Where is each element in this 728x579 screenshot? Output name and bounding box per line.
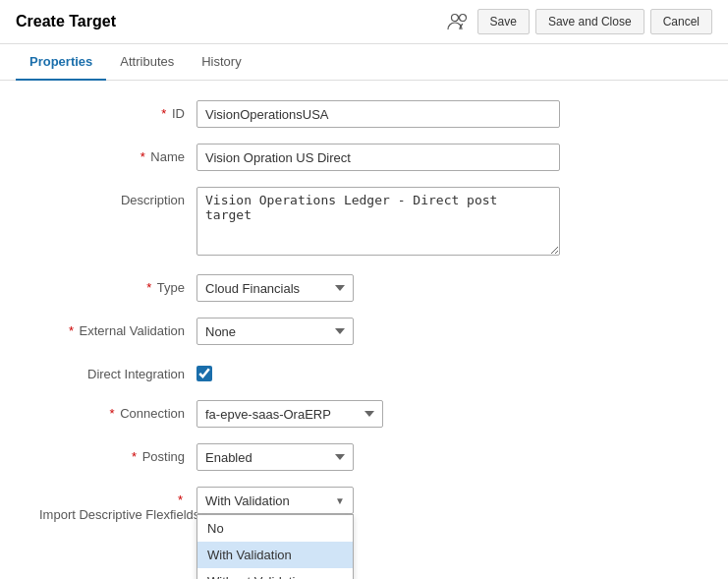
id-row: * ID <box>39 100 689 128</box>
external-validation-row: * External Validation None <box>39 318 689 345</box>
import-df-trigger[interactable]: With Validation ▼ <box>196 487 354 514</box>
type-label: * Type <box>39 274 196 295</box>
save-button[interactable]: Save <box>477 9 530 34</box>
type-required-star: * <box>146 280 151 295</box>
posting-select-wrapper: Enabled <box>196 443 354 471</box>
import-df-label: * Import Descriptive Flexfields <box>39 487 196 522</box>
id-label: * ID <box>39 100 196 121</box>
description-label: Description <box>39 187 196 207</box>
import-df-field-wrapper: With Validation ▼ No With Validation Wit… <box>196 487 560 514</box>
posting-required-star: * <box>132 449 137 464</box>
import-df-row: * Import Descriptive Flexfields With Val… <box>39 487 689 522</box>
import-df-dropdown-menu: No With Validation Without Validation <box>196 514 354 579</box>
direct-integration-checkbox[interactable] <box>196 366 212 381</box>
description-input[interactable]: Vision Operations Ledger - Direct post t… <box>196 187 560 256</box>
connection-required-star: * <box>110 406 115 421</box>
type-select[interactable]: Cloud Financials <box>196 274 354 302</box>
type-row: * Type Cloud Financials <box>39 274 689 302</box>
name-row: * Name <box>39 144 689 171</box>
external-validation-label: * External Validation <box>39 318 196 338</box>
tabs-bar: Properties Attributes History <box>0 44 728 81</box>
tab-attributes[interactable]: Attributes <box>106 44 188 81</box>
tab-history[interactable]: History <box>188 44 254 81</box>
external-validation-select-wrapper: None <box>196 318 354 345</box>
import-df-chevron-icon: ▼ <box>335 495 345 506</box>
name-label: * Name <box>39 144 196 164</box>
user-icon <box>444 8 472 35</box>
posting-field-wrapper: Enabled <box>196 443 560 471</box>
type-field-wrapper: Cloud Financials <box>196 274 560 302</box>
page-title: Create Target <box>16 13 116 30</box>
name-input[interactable] <box>196 144 560 171</box>
connection-label: * Connection <box>39 400 196 421</box>
connection-select[interactable]: fa-epve-saas-OraERP <box>196 400 383 428</box>
external-validation-field-wrapper: None <box>196 318 560 345</box>
connection-field-wrapper: fa-epve-saas-OraERP <box>196 400 560 428</box>
ext-val-required-star: * <box>69 323 74 338</box>
name-required-star: * <box>140 149 145 164</box>
import-df-required-star: * <box>178 492 183 507</box>
id-field-wrapper <box>196 100 560 128</box>
description-row: Description Vision Operations Ledger - D… <box>39 187 689 259</box>
external-validation-select[interactable]: None <box>196 318 354 345</box>
direct-integration-field-wrapper <box>196 361 560 384</box>
direct-integration-label: Direct Integration <box>39 361 196 381</box>
page-header: Create Target Save Save and Close Cancel <box>0 0 728 44</box>
svg-point-1 <box>459 15 466 22</box>
cancel-button[interactable]: Cancel <box>650 9 712 34</box>
posting-label: * Posting <box>39 443 196 464</box>
import-df-selected-value: With Validation <box>205 493 290 508</box>
import-df-dropdown-container: With Validation ▼ No With Validation Wit… <box>196 487 354 514</box>
description-field-wrapper: Vision Operations Ledger - Direct post t… <box>196 187 560 259</box>
posting-row: * Posting Enabled <box>39 443 689 471</box>
connection-select-wrapper: fa-epve-saas-OraERP <box>196 400 383 428</box>
tab-properties[interactable]: Properties <box>16 44 106 81</box>
svg-point-0 <box>451 15 458 22</box>
dropdown-option-no[interactable]: No <box>197 515 353 542</box>
name-field-wrapper <box>196 144 560 171</box>
connection-row: * Connection fa-epve-saas-OraERP <box>39 400 689 428</box>
id-input[interactable] <box>196 100 560 128</box>
type-select-wrapper: Cloud Financials <box>196 274 354 302</box>
direct-integration-row: Direct Integration <box>39 361 689 384</box>
header-actions: Save Save and Close Cancel <box>444 8 712 35</box>
dropdown-option-without-validation[interactable]: Without Validation <box>197 568 353 579</box>
save-and-close-button[interactable]: Save and Close <box>535 9 644 34</box>
id-required-star: * <box>161 106 166 121</box>
posting-select[interactable]: Enabled <box>196 443 354 471</box>
form-area: * ID * Name Description Vision Operation… <box>0 81 728 557</box>
dropdown-option-with-validation[interactable]: With Validation <box>197 542 353 568</box>
